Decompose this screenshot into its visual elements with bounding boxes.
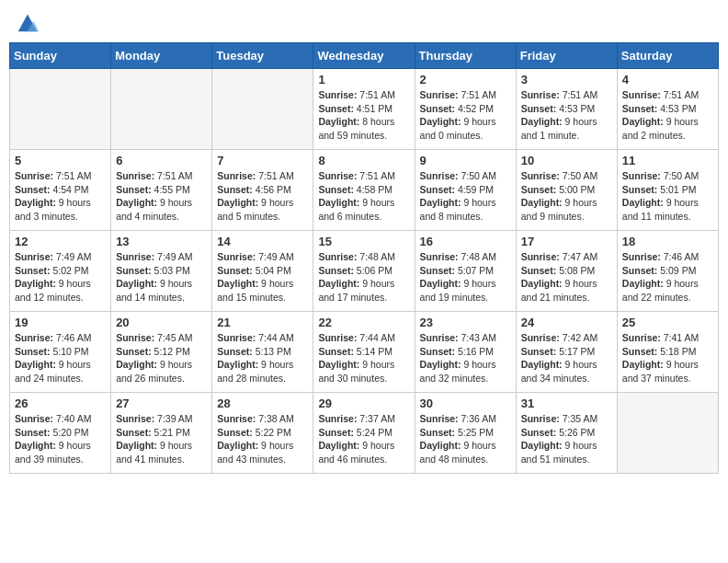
day-info: Sunrise: 7:49 AMSunset: 5:03 PMDaylight:… (116, 250, 207, 304)
day-number: 2 (420, 73, 511, 86)
day-info: Sunrise: 7:51 AMSunset: 4:53 PMDaylight:… (622, 88, 713, 143)
day-number: 13 (116, 235, 207, 248)
day-info: Sunrise: 7:50 AMSunset: 5:00 PMDaylight:… (521, 169, 612, 224)
day-number: 1 (318, 73, 409, 86)
day-cell: 18Sunrise: 7:46 AMSunset: 5:09 PMDayligh… (617, 231, 718, 312)
day-number: 8 (318, 154, 409, 167)
day-number: 27 (116, 396, 207, 410)
day-info: Sunrise: 7:38 AMSunset: 5:22 PMDaylight:… (217, 412, 308, 466)
day-cell: 30Sunrise: 7:36 AMSunset: 5:25 PMDayligh… (415, 393, 516, 474)
day-cell: 19Sunrise: 7:46 AMSunset: 5:10 PMDayligh… (10, 312, 111, 393)
day-cell: 22Sunrise: 7:44 AMSunset: 5:14 PMDayligh… (313, 312, 415, 393)
day-number: 15 (318, 235, 409, 248)
day-header-wednesday: Wednesday (313, 43, 415, 69)
day-cell: 16Sunrise: 7:48 AMSunset: 5:07 PMDayligh… (415, 231, 516, 312)
day-info: Sunrise: 7:40 AMSunset: 5:20 PMDaylight:… (15, 412, 106, 466)
day-number: 26 (15, 396, 106, 410)
day-info: Sunrise: 7:45 AMSunset: 5:12 PMDaylight:… (116, 331, 207, 385)
day-info: Sunrise: 7:42 AMSunset: 5:17 PMDaylight:… (521, 331, 612, 385)
day-info: Sunrise: 7:51 AMSunset: 4:52 PMDaylight:… (420, 88, 511, 143)
day-info: Sunrise: 7:51 AMSunset: 4:58 PMDaylight:… (318, 169, 409, 224)
day-info: Sunrise: 7:44 AMSunset: 5:13 PMDaylight:… (217, 331, 308, 385)
day-number: 6 (116, 154, 207, 167)
day-header-sunday: Sunday (10, 43, 111, 69)
day-number: 14 (217, 235, 308, 248)
day-number: 4 (622, 73, 713, 86)
day-cell: 2Sunrise: 7:51 AMSunset: 4:52 PMDaylight… (415, 69, 516, 150)
day-number: 31 (521, 396, 612, 410)
day-cell: 7Sunrise: 7:51 AMSunset: 4:56 PMDaylight… (212, 150, 313, 231)
day-cell: 6Sunrise: 7:51 AMSunset: 4:55 PMDaylight… (111, 150, 212, 231)
day-cell (10, 69, 111, 150)
day-number: 12 (15, 235, 106, 248)
day-info: Sunrise: 7:51 AMSunset: 4:51 PMDaylight:… (318, 88, 409, 143)
day-number: 21 (217, 316, 308, 329)
week-row-1: 1Sunrise: 7:51 AMSunset: 4:51 PMDaylight… (10, 69, 719, 150)
day-number: 20 (116, 316, 207, 329)
day-info: Sunrise: 7:44 AMSunset: 5:14 PMDaylight:… (318, 331, 409, 385)
day-cell: 10Sunrise: 7:50 AMSunset: 5:00 PMDayligh… (516, 150, 617, 231)
day-cell: 25Sunrise: 7:41 AMSunset: 5:18 PMDayligh… (617, 312, 718, 393)
day-number: 29 (318, 396, 409, 410)
day-info: Sunrise: 7:35 AMSunset: 5:26 PMDaylight:… (521, 412, 612, 466)
day-number: 11 (622, 154, 713, 167)
day-header-monday: Monday (111, 43, 212, 69)
day-cell (212, 69, 313, 150)
day-header-friday: Friday (516, 43, 617, 69)
day-cell: 3Sunrise: 7:51 AMSunset: 4:53 PMDaylight… (516, 69, 617, 150)
day-header-tuesday: Tuesday (212, 43, 313, 69)
day-info: Sunrise: 7:48 AMSunset: 5:06 PMDaylight:… (318, 250, 409, 304)
day-cell: 1Sunrise: 7:51 AMSunset: 4:51 PMDaylight… (313, 69, 415, 150)
day-info: Sunrise: 7:47 AMSunset: 5:08 PMDaylight:… (521, 250, 612, 304)
day-number: 7 (217, 154, 308, 167)
day-cell: 12Sunrise: 7:49 AMSunset: 5:02 PMDayligh… (10, 231, 111, 312)
logo (13, 9, 40, 35)
day-cell: 17Sunrise: 7:47 AMSunset: 5:08 PMDayligh… (516, 231, 617, 312)
day-cell: 26Sunrise: 7:40 AMSunset: 5:20 PMDayligh… (10, 393, 111, 474)
day-cell (617, 393, 718, 474)
day-number: 23 (420, 316, 511, 329)
week-row-5: 26Sunrise: 7:40 AMSunset: 5:20 PMDayligh… (10, 393, 719, 474)
day-cell (111, 69, 212, 150)
day-cell: 8Sunrise: 7:51 AMSunset: 4:58 PMDaylight… (313, 150, 415, 231)
day-info: Sunrise: 7:51 AMSunset: 4:54 PMDaylight:… (15, 169, 106, 224)
day-cell: 29Sunrise: 7:37 AMSunset: 5:24 PMDayligh… (313, 393, 415, 474)
day-cell: 5Sunrise: 7:51 AMSunset: 4:54 PMDaylight… (10, 150, 111, 231)
day-cell: 14Sunrise: 7:49 AMSunset: 5:04 PMDayligh… (212, 231, 313, 312)
day-info: Sunrise: 7:49 AMSunset: 5:04 PMDaylight:… (217, 250, 308, 304)
day-info: Sunrise: 7:46 AMSunset: 5:10 PMDaylight:… (15, 331, 106, 385)
week-row-3: 12Sunrise: 7:49 AMSunset: 5:02 PMDayligh… (10, 231, 719, 312)
day-info: Sunrise: 7:49 AMSunset: 5:02 PMDaylight:… (15, 250, 106, 304)
day-number: 16 (420, 235, 511, 248)
day-cell: 13Sunrise: 7:49 AMSunset: 5:03 PMDayligh… (111, 231, 212, 312)
day-number: 9 (420, 154, 511, 167)
day-info: Sunrise: 7:50 AMSunset: 4:59 PMDaylight:… (420, 169, 511, 224)
day-cell: 27Sunrise: 7:39 AMSunset: 5:21 PMDayligh… (111, 393, 212, 474)
day-cell: 28Sunrise: 7:38 AMSunset: 5:22 PMDayligh… (212, 393, 313, 474)
day-number: 24 (521, 316, 612, 329)
day-number: 30 (420, 396, 511, 410)
day-info: Sunrise: 7:50 AMSunset: 5:01 PMDaylight:… (622, 169, 713, 224)
day-number: 19 (15, 316, 106, 329)
day-cell: 4Sunrise: 7:51 AMSunset: 4:53 PMDaylight… (617, 69, 718, 150)
logo-icon (15, 9, 40, 35)
day-cell: 20Sunrise: 7:45 AMSunset: 5:12 PMDayligh… (111, 312, 212, 393)
day-info: Sunrise: 7:43 AMSunset: 5:16 PMDaylight:… (420, 331, 511, 385)
day-info: Sunrise: 7:51 AMSunset: 4:55 PMDaylight:… (116, 169, 207, 224)
day-cell: 24Sunrise: 7:42 AMSunset: 5:17 PMDayligh… (516, 312, 617, 393)
day-cell: 23Sunrise: 7:43 AMSunset: 5:16 PMDayligh… (415, 312, 516, 393)
day-cell: 15Sunrise: 7:48 AMSunset: 5:06 PMDayligh… (313, 231, 415, 312)
day-cell: 31Sunrise: 7:35 AMSunset: 5:26 PMDayligh… (516, 393, 617, 474)
day-number: 10 (521, 154, 612, 167)
page-header (9, 9, 719, 35)
week-row-4: 19Sunrise: 7:46 AMSunset: 5:10 PMDayligh… (10, 312, 719, 393)
day-number: 18 (622, 235, 713, 248)
day-number: 5 (15, 154, 106, 167)
day-header-saturday: Saturday (617, 43, 718, 69)
day-header-thursday: Thursday (415, 43, 516, 69)
day-info: Sunrise: 7:36 AMSunset: 5:25 PMDaylight:… (420, 412, 511, 466)
day-info: Sunrise: 7:51 AMSunset: 4:56 PMDaylight:… (217, 169, 308, 224)
week-row-2: 5Sunrise: 7:51 AMSunset: 4:54 PMDaylight… (10, 150, 719, 231)
day-cell: 11Sunrise: 7:50 AMSunset: 5:01 PMDayligh… (617, 150, 718, 231)
day-info: Sunrise: 7:51 AMSunset: 4:53 PMDaylight:… (521, 88, 612, 143)
